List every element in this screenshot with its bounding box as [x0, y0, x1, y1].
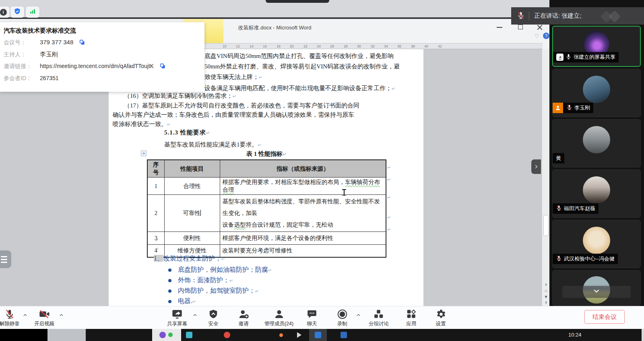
- ruler-tick: 34: [384, 44, 388, 48]
- taskbar-app-icon[interactable]: [224, 332, 230, 338]
- sidebar-collapse-handle[interactable]: [531, 159, 541, 174]
- doc-heading-513: 5.1.3 性能要求↵: [164, 129, 210, 136]
- participant-tile[interactable]: 武汉检验中心--冯会健: [552, 220, 641, 268]
- taskbar-app-light[interactable]: [152, 329, 181, 341]
- th-spec: 指标（或指标来源）: [220, 160, 386, 178]
- network-status-button[interactable]: [26, 6, 39, 18]
- participants-sidebar: 张建立的屏幕共享 李玉刚 黄: [549, 0, 644, 306]
- invite-link-label: 邀请链接：: [4, 63, 38, 70]
- end-meeting-button[interactable]: 结束会议: [584, 310, 625, 324]
- show-desktop-sliver[interactable]: [642, 329, 644, 341]
- start-video-label: 开启视频: [25, 320, 64, 327]
- copy-invite-link-icon[interactable]: [159, 63, 166, 70]
- taskbar-purple-app-icon: [159, 332, 166, 338]
- table-row: 2 可靠性 基型车改装后整体结构强度、零部件原有性能、安全性能不发生变化，加装 …: [147, 195, 386, 232]
- share-screen-button[interactable]: 共享屏幕: [158, 308, 196, 327]
- invite-button[interactable]: 邀请: [224, 308, 263, 327]
- invite-link-value[interactable]: https://meeting.tencent.com/dm/qAfadTTou…: [40, 63, 154, 69]
- gear-icon: [421, 308, 460, 320]
- video-options-chevron[interactable]: [59, 312, 64, 319]
- text-caret: [200, 210, 201, 216]
- bullet-icon: [168, 289, 171, 293]
- bullet-item: 外饰：面漆防护；↵: [178, 276, 233, 285]
- participant-name: 武汉检验中心--冯会健: [564, 255, 615, 262]
- avatar: [583, 176, 610, 204]
- participant-name: 李玉刚: [574, 104, 590, 112]
- ruler-tick: 22: [303, 44, 308, 48]
- taskbar-light-segment: [47, 329, 86, 341]
- security-status-button[interactable]: [10, 6, 24, 18]
- table-move-handle: ✛: [141, 151, 147, 156]
- participant-tile-sharing[interactable]: 张建立的屏幕共享: [552, 26, 641, 67]
- row-end-mark: ↵: [387, 227, 391, 232]
- th-item: 性能项目: [164, 160, 220, 178]
- scroll-participants-button[interactable]: [562, 286, 631, 298]
- meeting-id-row: 会议号： 379 377 348: [4, 39, 85, 47]
- performance-table: 序号 性能项目 指标（或指标来源） 1 合理性 根据客户使用要求，对相应车型做相…: [147, 159, 386, 258]
- word-ruler: 1012141618202224262830323436384042: [184, 43, 543, 49]
- start-video-button[interactable]: 开启视频: [25, 308, 64, 327]
- ruler-tick: 18: [277, 44, 281, 48]
- copy-meeting-id-icon[interactable]: [79, 39, 85, 47]
- mic-muted-icon: [556, 205, 562, 213]
- ruler-tick: 16: [263, 44, 267, 48]
- host-value: 李玉刚: [40, 51, 58, 58]
- participant-name: 福田汽车赵薇: [564, 205, 595, 212]
- meeting-info-panel: 汽车改装技术要求标准交流 会议号： 379 377 348 主持人： 李玉刚 邀…: [0, 22, 204, 92]
- participant-id-label: 参会者ID：: [4, 75, 38, 82]
- meeting-id-value: 379 377 348: [40, 39, 73, 45]
- participant-tile[interactable]: 李玉刚: [552, 69, 641, 117]
- settings-button[interactable]: 设置: [421, 308, 460, 327]
- mic-muted-icon: [556, 255, 562, 263]
- taskbar-play-icon[interactable]: [297, 332, 301, 338]
- ruler-tick: 14: [250, 44, 254, 48]
- host-label: 主持人：: [4, 51, 38, 58]
- minimize-button: [493, 23, 506, 32]
- settings-label: 设置: [421, 320, 460, 327]
- page-up-icon: ⇞: [542, 282, 550, 288]
- meeting-info-button[interactable]: i: [0, 6, 10, 18]
- taskbar-app-icon[interactable]: [279, 333, 283, 337]
- ruler-tick: 26: [330, 44, 334, 48]
- bullet-icon: [168, 269, 171, 272]
- shield-check-icon: [14, 8, 21, 17]
- doc-paragraphs-clipped: 底盘VIN码周边50mm范围内禁止打孔、覆盖等任何改制作业，避免影响 50mm外…: [204, 51, 400, 94]
- participant-tile[interactable]: 黄: [552, 119, 641, 167]
- empty-paragraph-mark: ↵: [155, 246, 159, 252]
- participant-id-row: 参会者ID： 267351: [4, 75, 59, 82]
- doc-intro-line: 基型车改装后性能应满足表1要求。↵: [164, 141, 262, 149]
- share-screen-icon: [158, 308, 196, 320]
- side-menu-handle[interactable]: [0, 250, 11, 268]
- camera-off-icon: [25, 308, 64, 320]
- ruler-tick: 40: [425, 44, 429, 48]
- ruler-tick: 28: [344, 44, 348, 48]
- heart-icon: ♡: [535, 33, 539, 39]
- participant-tile[interactable]: 福田汽车赵薇: [552, 169, 641, 218]
- chevron-down-icon: [592, 287, 601, 297]
- taskbar-active-app[interactable]: [309, 329, 327, 341]
- word-scrollbar: ▼ ⇞ ○ ⇟: [542, 49, 549, 306]
- taskbar-clock: 10:24: [568, 332, 582, 338]
- ruler-tick: 32: [371, 44, 375, 48]
- taskbar-green-dot-icon: [168, 333, 173, 337]
- doc-para17-line2: 确认并与客户达成一致；车身改色后，由质量管理室质量人员确认喷涂效果，需保持与原车: [113, 111, 354, 119]
- participant-tile-partial[interactable]: [552, 270, 641, 306]
- row-end-mark: ↵: [387, 215, 391, 220]
- toolbar-collapse-pill[interactable]: [266, 0, 329, 3]
- invite-person-icon: [224, 308, 263, 320]
- screen-share-icon: [556, 54, 564, 61]
- invite-link-row: 邀请链接： https://meeting.tencent.com/dm/qAf…: [4, 63, 166, 70]
- avatar: [583, 126, 610, 153]
- ruler-tick: 10: [223, 44, 227, 48]
- bullet-icon: [168, 300, 171, 303]
- ruler-tick: 24: [317, 44, 321, 48]
- taskbar-app-icon[interactable]: [341, 332, 347, 338]
- taskbar-app-icon[interactable]: [186, 332, 192, 338]
- doc-para17-line3: 喷涂标准状态一致。↵: [113, 120, 171, 128]
- mouse-text-cursor: [342, 189, 346, 196]
- windows-taskbar: 10:24: [0, 329, 644, 341]
- meeting-title: 汽车改装技术要求标准交流: [4, 27, 76, 35]
- table-row: 3 便利性 根据客户使用环境，满足各个设备的便利性: [147, 232, 386, 245]
- host-badge-icon: [553, 103, 563, 113]
- share-screen-label: 共享屏幕: [158, 320, 196, 327]
